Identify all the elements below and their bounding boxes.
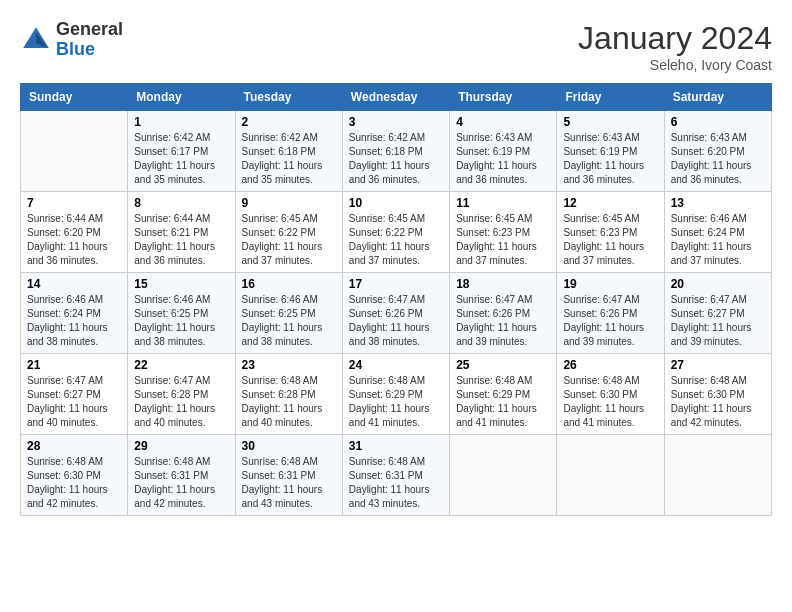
day-number: 26 bbox=[563, 358, 657, 372]
day-info: Sunrise: 6:48 AMSunset: 6:28 PMDaylight:… bbox=[242, 374, 336, 430]
day-number: 18 bbox=[456, 277, 550, 291]
calendar-cell: 11 Sunrise: 6:45 AMSunset: 6:23 PMDaylig… bbox=[450, 192, 557, 273]
weekday-header: Monday bbox=[128, 84, 235, 111]
calendar-week-row: 28 Sunrise: 6:48 AMSunset: 6:30 PMDaylig… bbox=[21, 435, 772, 516]
calendar-cell: 12 Sunrise: 6:45 AMSunset: 6:23 PMDaylig… bbox=[557, 192, 664, 273]
day-number: 25 bbox=[456, 358, 550, 372]
day-number: 10 bbox=[349, 196, 443, 210]
calendar-cell: 9 Sunrise: 6:45 AMSunset: 6:22 PMDayligh… bbox=[235, 192, 342, 273]
day-number: 8 bbox=[134, 196, 228, 210]
day-info: Sunrise: 6:45 AMSunset: 6:22 PMDaylight:… bbox=[349, 212, 443, 268]
day-info: Sunrise: 6:48 AMSunset: 6:30 PMDaylight:… bbox=[563, 374, 657, 430]
day-info: Sunrise: 6:45 AMSunset: 6:22 PMDaylight:… bbox=[242, 212, 336, 268]
day-info: Sunrise: 6:43 AMSunset: 6:19 PMDaylight:… bbox=[563, 131, 657, 187]
day-info: Sunrise: 6:48 AMSunset: 6:29 PMDaylight:… bbox=[349, 374, 443, 430]
calendar-week-row: 14 Sunrise: 6:46 AMSunset: 6:24 PMDaylig… bbox=[21, 273, 772, 354]
calendar-cell: 25 Sunrise: 6:48 AMSunset: 6:29 PMDaylig… bbox=[450, 354, 557, 435]
day-number: 30 bbox=[242, 439, 336, 453]
calendar-cell bbox=[664, 435, 771, 516]
day-number: 9 bbox=[242, 196, 336, 210]
calendar-cell: 31 Sunrise: 6:48 AMSunset: 6:31 PMDaylig… bbox=[342, 435, 449, 516]
calendar-cell: 24 Sunrise: 6:48 AMSunset: 6:29 PMDaylig… bbox=[342, 354, 449, 435]
calendar-cell: 10 Sunrise: 6:45 AMSunset: 6:22 PMDaylig… bbox=[342, 192, 449, 273]
weekday-header: Saturday bbox=[664, 84, 771, 111]
day-number: 20 bbox=[671, 277, 765, 291]
calendar-cell: 20 Sunrise: 6:47 AMSunset: 6:27 PMDaylig… bbox=[664, 273, 771, 354]
calendar-cell: 21 Sunrise: 6:47 AMSunset: 6:27 PMDaylig… bbox=[21, 354, 128, 435]
weekday-header: Tuesday bbox=[235, 84, 342, 111]
calendar-cell: 29 Sunrise: 6:48 AMSunset: 6:31 PMDaylig… bbox=[128, 435, 235, 516]
day-info: Sunrise: 6:47 AMSunset: 6:26 PMDaylight:… bbox=[349, 293, 443, 349]
title-block: January 2024 Seleho, Ivory Coast bbox=[578, 20, 772, 73]
day-info: Sunrise: 6:43 AMSunset: 6:19 PMDaylight:… bbox=[456, 131, 550, 187]
calendar-week-row: 21 Sunrise: 6:47 AMSunset: 6:27 PMDaylig… bbox=[21, 354, 772, 435]
day-info: Sunrise: 6:44 AMSunset: 6:21 PMDaylight:… bbox=[134, 212, 228, 268]
calendar-cell bbox=[450, 435, 557, 516]
day-number: 28 bbox=[27, 439, 121, 453]
calendar-cell: 2 Sunrise: 6:42 AMSunset: 6:18 PMDayligh… bbox=[235, 111, 342, 192]
day-number: 14 bbox=[27, 277, 121, 291]
day-number: 4 bbox=[456, 115, 550, 129]
calendar-cell: 7 Sunrise: 6:44 AMSunset: 6:20 PMDayligh… bbox=[21, 192, 128, 273]
day-number: 22 bbox=[134, 358, 228, 372]
calendar-cell bbox=[557, 435, 664, 516]
calendar-cell: 26 Sunrise: 6:48 AMSunset: 6:30 PMDaylig… bbox=[557, 354, 664, 435]
calendar-cell: 14 Sunrise: 6:46 AMSunset: 6:24 PMDaylig… bbox=[21, 273, 128, 354]
weekday-header: Friday bbox=[557, 84, 664, 111]
day-number: 29 bbox=[134, 439, 228, 453]
day-info: Sunrise: 6:42 AMSunset: 6:17 PMDaylight:… bbox=[134, 131, 228, 187]
day-info: Sunrise: 6:44 AMSunset: 6:20 PMDaylight:… bbox=[27, 212, 121, 268]
day-info: Sunrise: 6:46 AMSunset: 6:25 PMDaylight:… bbox=[242, 293, 336, 349]
calendar-cell: 18 Sunrise: 6:47 AMSunset: 6:26 PMDaylig… bbox=[450, 273, 557, 354]
calendar-cell: 5 Sunrise: 6:43 AMSunset: 6:19 PMDayligh… bbox=[557, 111, 664, 192]
page-header: General Blue January 2024 Seleho, Ivory … bbox=[20, 20, 772, 73]
location: Seleho, Ivory Coast bbox=[578, 57, 772, 73]
day-info: Sunrise: 6:43 AMSunset: 6:20 PMDaylight:… bbox=[671, 131, 765, 187]
day-number: 11 bbox=[456, 196, 550, 210]
calendar-cell: 15 Sunrise: 6:46 AMSunset: 6:25 PMDaylig… bbox=[128, 273, 235, 354]
day-info: Sunrise: 6:46 AMSunset: 6:25 PMDaylight:… bbox=[134, 293, 228, 349]
logo-text: General Blue bbox=[56, 20, 123, 60]
day-number: 15 bbox=[134, 277, 228, 291]
calendar-cell: 17 Sunrise: 6:47 AMSunset: 6:26 PMDaylig… bbox=[342, 273, 449, 354]
day-info: Sunrise: 6:48 AMSunset: 6:30 PMDaylight:… bbox=[671, 374, 765, 430]
day-number: 27 bbox=[671, 358, 765, 372]
day-number: 1 bbox=[134, 115, 228, 129]
calendar-cell: 30 Sunrise: 6:48 AMSunset: 6:31 PMDaylig… bbox=[235, 435, 342, 516]
day-info: Sunrise: 6:45 AMSunset: 6:23 PMDaylight:… bbox=[563, 212, 657, 268]
calendar-cell: 19 Sunrise: 6:47 AMSunset: 6:26 PMDaylig… bbox=[557, 273, 664, 354]
weekday-header: Wednesday bbox=[342, 84, 449, 111]
day-number: 21 bbox=[27, 358, 121, 372]
day-number: 7 bbox=[27, 196, 121, 210]
calendar-cell: 22 Sunrise: 6:47 AMSunset: 6:28 PMDaylig… bbox=[128, 354, 235, 435]
day-info: Sunrise: 6:47 AMSunset: 6:28 PMDaylight:… bbox=[134, 374, 228, 430]
day-number: 2 bbox=[242, 115, 336, 129]
calendar-table: SundayMondayTuesdayWednesdayThursdayFrid… bbox=[20, 83, 772, 516]
day-info: Sunrise: 6:47 AMSunset: 6:27 PMDaylight:… bbox=[671, 293, 765, 349]
day-info: Sunrise: 6:42 AMSunset: 6:18 PMDaylight:… bbox=[242, 131, 336, 187]
day-info: Sunrise: 6:47 AMSunset: 6:26 PMDaylight:… bbox=[456, 293, 550, 349]
month-year: January 2024 bbox=[578, 20, 772, 57]
day-number: 16 bbox=[242, 277, 336, 291]
day-info: Sunrise: 6:47 AMSunset: 6:27 PMDaylight:… bbox=[27, 374, 121, 430]
day-number: 17 bbox=[349, 277, 443, 291]
calendar-week-row: 1 Sunrise: 6:42 AMSunset: 6:17 PMDayligh… bbox=[21, 111, 772, 192]
day-number: 5 bbox=[563, 115, 657, 129]
calendar-cell: 28 Sunrise: 6:48 AMSunset: 6:30 PMDaylig… bbox=[21, 435, 128, 516]
day-info: Sunrise: 6:48 AMSunset: 6:31 PMDaylight:… bbox=[134, 455, 228, 511]
day-number: 23 bbox=[242, 358, 336, 372]
logo-blue: Blue bbox=[56, 39, 95, 59]
calendar-cell: 4 Sunrise: 6:43 AMSunset: 6:19 PMDayligh… bbox=[450, 111, 557, 192]
day-number: 6 bbox=[671, 115, 765, 129]
day-info: Sunrise: 6:48 AMSunset: 6:29 PMDaylight:… bbox=[456, 374, 550, 430]
day-number: 3 bbox=[349, 115, 443, 129]
calendar-header-row: SundayMondayTuesdayWednesdayThursdayFrid… bbox=[21, 84, 772, 111]
calendar-cell: 23 Sunrise: 6:48 AMSunset: 6:28 PMDaylig… bbox=[235, 354, 342, 435]
day-info: Sunrise: 6:46 AMSunset: 6:24 PMDaylight:… bbox=[27, 293, 121, 349]
day-info: Sunrise: 6:42 AMSunset: 6:18 PMDaylight:… bbox=[349, 131, 443, 187]
calendar-cell: 8 Sunrise: 6:44 AMSunset: 6:21 PMDayligh… bbox=[128, 192, 235, 273]
day-info: Sunrise: 6:45 AMSunset: 6:23 PMDaylight:… bbox=[456, 212, 550, 268]
day-info: Sunrise: 6:48 AMSunset: 6:30 PMDaylight:… bbox=[27, 455, 121, 511]
day-info: Sunrise: 6:46 AMSunset: 6:24 PMDaylight:… bbox=[671, 212, 765, 268]
day-info: Sunrise: 6:48 AMSunset: 6:31 PMDaylight:… bbox=[242, 455, 336, 511]
